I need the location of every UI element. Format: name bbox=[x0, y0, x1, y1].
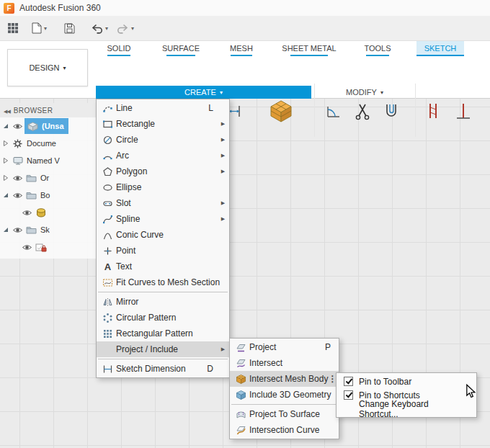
browser-item-root[interactable]: (Unsa bbox=[0, 117, 96, 135]
folder-icon bbox=[24, 174, 38, 182]
expand-triangle-icon[interactable] bbox=[0, 227, 11, 233]
undo-icon[interactable] bbox=[88, 19, 111, 37]
menu-item-project-to-surface[interactable]: Project To Surface bbox=[230, 406, 339, 422]
menu-item-intersection-curve[interactable]: Intersection Curve bbox=[230, 422, 339, 438]
collapse-triangle-icon[interactable] bbox=[0, 158, 11, 163]
menu-item-mirror[interactable]: Mirror bbox=[97, 294, 229, 310]
tool-fillet-icon[interactable] bbox=[321, 98, 346, 124]
submenu-arrow-icon bbox=[219, 169, 227, 174]
menu-item-text[interactable]: A Text bbox=[97, 259, 229, 274]
design-dropdown-button[interactable]: DESIGN bbox=[7, 49, 88, 86]
menu-item-label: Project To Surface bbox=[249, 409, 325, 419]
context-item-change-keyboard-shortcut[interactable]: Change Keyboard Shortcut... bbox=[337, 402, 476, 416]
tab-tools[interactable]: TOOLS bbox=[359, 41, 396, 56]
menu-item-label: Spline bbox=[116, 214, 208, 224]
create-dropdown-button[interactable]: CREATE bbox=[96, 86, 311, 99]
submenu-arrow-icon bbox=[219, 137, 227, 143]
menu-item-label: Text bbox=[116, 261, 208, 272]
fit-curves-icon bbox=[99, 277, 116, 288]
menu-item-include-3d-geometry[interactable]: Include 3D Geometry bbox=[230, 387, 339, 403]
visibility-eye-icon[interactable] bbox=[11, 192, 24, 200]
browser-item-label: Or bbox=[40, 174, 49, 182]
selected-highlight: (Unsa bbox=[24, 118, 68, 134]
tool-offset-icon[interactable] bbox=[379, 98, 404, 124]
ellipse-icon bbox=[99, 182, 116, 193]
browser-item-sketches[interactable]: Sk bbox=[0, 221, 96, 238]
gear-icon bbox=[11, 139, 24, 148]
rectangle-icon bbox=[99, 119, 116, 130]
tool-trim-icon[interactable] bbox=[350, 98, 375, 124]
menu-item-rectangle[interactable]: Rectangle bbox=[97, 116, 229, 132]
polygon-icon bbox=[99, 166, 116, 177]
menu-item-intersect[interactable]: Intersect bbox=[230, 355, 339, 371]
menu-item-project[interactable]: Project P bbox=[230, 339, 339, 355]
menu-item-conic-curve[interactable]: Conic Curve bbox=[97, 227, 229, 243]
menu-item-fit-curves-to-mesh-section[interactable]: Fit Curves to Mesh Section bbox=[97, 274, 229, 290]
tab-mesh[interactable]: MESH bbox=[223, 41, 259, 56]
tool-horizontal-vertical-constraint-icon[interactable] bbox=[421, 98, 445, 124]
tab-sketch[interactable]: SKETCH bbox=[416, 41, 464, 56]
visibility-eye-icon[interactable] bbox=[20, 209, 34, 217]
expand-triangle-icon[interactable] bbox=[0, 192, 11, 198]
browser-item-named-views[interactable]: Named V bbox=[0, 152, 96, 169]
menu-item-label: Intersect Mesh Body bbox=[249, 374, 328, 384]
menu-item-intersect-mesh-body[interactable]: Intersect Mesh Body bbox=[230, 371, 339, 387]
browser-item-bodies[interactable]: Bo bbox=[0, 187, 96, 204]
menu-item-rectangular-pattern[interactable]: Rectangular Pattern bbox=[97, 326, 229, 341]
menu-item-arc[interactable]: Arc bbox=[97, 148, 229, 163]
browser-item-document-settings[interactable]: Docume bbox=[0, 135, 96, 152]
submenu-arrow-icon bbox=[219, 121, 227, 127]
visibility-eye-icon[interactable] bbox=[20, 243, 34, 251]
menu-item-line[interactable]: Line L bbox=[97, 100, 229, 116]
circle-icon bbox=[99, 135, 116, 145]
browser-item-label: (Unsa bbox=[42, 122, 64, 130]
save-icon[interactable] bbox=[61, 19, 78, 37]
tool-perpendicular-constraint-icon[interactable] bbox=[451, 98, 476, 124]
tab-surface[interactable]: SURFACE bbox=[157, 41, 205, 56]
context-item-pin-to-toolbar[interactable]: Pin to Toolbar bbox=[337, 375, 476, 388]
tool-mesh-section-icon[interactable] bbox=[265, 97, 297, 125]
tab-sheet-metal[interactable]: SHEET METAL bbox=[278, 41, 340, 56]
modify-dropdown-button[interactable]: MODIFY bbox=[315, 86, 414, 99]
menu-item-ellipse[interactable]: Ellipse bbox=[97, 179, 229, 195]
collapse-triangle-icon[interactable] bbox=[0, 175, 11, 181]
menu-item-circle[interactable]: Circle bbox=[97, 132, 229, 148]
checkbox-checked-icon[interactable] bbox=[344, 390, 353, 400]
checkbox-checked-icon[interactable] bbox=[344, 377, 353, 386]
browser-item-label: Docume bbox=[27, 139, 56, 148]
rectangular-pattern-icon bbox=[99, 328, 116, 339]
context-item-label: Pin to Toolbar bbox=[359, 377, 411, 387]
browser-item-body[interactable] bbox=[0, 204, 96, 221]
menu-item-spline[interactable]: Spline bbox=[97, 211, 229, 227]
app-grid-icon[interactable] bbox=[4, 19, 22, 37]
expand-triangle-icon[interactable] bbox=[0, 123, 11, 129]
menu-item-slot[interactable]: Slot bbox=[97, 195, 229, 211]
redo-icon[interactable] bbox=[114, 19, 137, 37]
context-item-label: Change Keyboard Shortcut... bbox=[359, 399, 469, 419]
menu-item-point[interactable]: Point bbox=[97, 243, 229, 259]
browser-item-origin[interactable]: Or bbox=[0, 169, 96, 187]
menu-item-project-include[interactable]: Project / Include bbox=[97, 341, 229, 357]
visibility-eye-icon[interactable] bbox=[11, 226, 24, 234]
tab-solid[interactable]: SOLID bbox=[99, 41, 138, 56]
menu-separator bbox=[98, 292, 228, 292]
body-cylinder-icon bbox=[34, 208, 48, 218]
menu-item-sketch-dimension[interactable]: Sketch Dimension D bbox=[97, 361, 229, 377]
named-views-icon bbox=[11, 156, 24, 165]
create-group-label: CREATE bbox=[184, 88, 216, 97]
text-icon: A bbox=[99, 261, 116, 272]
folder-icon bbox=[24, 191, 38, 200]
browser-header[interactable]: BROWSER bbox=[0, 103, 96, 117]
create-menu: Line L Rectangle Circle Arc Polygon Elli… bbox=[96, 99, 230, 378]
menu-item-polygon[interactable]: Polygon bbox=[97, 163, 229, 179]
window-title: Autodesk Fusion 360 bbox=[19, 3, 101, 13]
menu-item-circular-pattern[interactable]: Circular Pattern bbox=[97, 310, 229, 326]
collapse-triangle-icon[interactable] bbox=[0, 140, 11, 146]
visibility-eye-icon[interactable] bbox=[11, 122, 24, 130]
visibility-eye-icon[interactable] bbox=[11, 174, 24, 182]
new-design-icon[interactable] bbox=[29, 19, 50, 37]
menu-item-label: Conic Curve bbox=[116, 230, 208, 240]
collapse-browser-icon[interactable] bbox=[4, 107, 14, 115]
browser-item-sketch[interactable] bbox=[0, 238, 96, 256]
arc-icon bbox=[99, 151, 116, 161]
